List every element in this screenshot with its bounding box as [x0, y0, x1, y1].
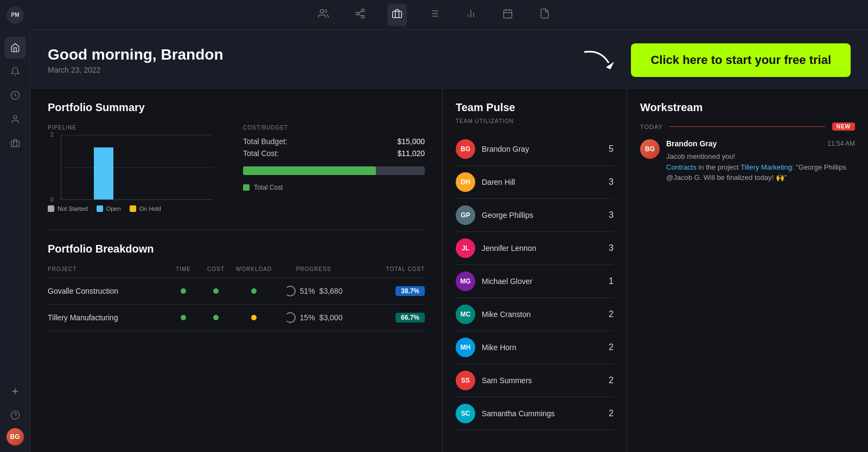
page-date: March 23, 2022	[48, 66, 224, 74]
member-avatar-brandon: BG	[456, 139, 475, 159]
ws-link-contracts[interactable]: Contracts	[666, 163, 697, 171]
document-nav-icon[interactable]	[535, 4, 554, 26]
sidebar-item-time[interactable]	[4, 85, 26, 106]
svg-rect-16	[504, 10, 512, 18]
grid-line-mid	[61, 167, 213, 168]
member-name-samantha: Samantha Cummings	[482, 409, 602, 418]
bar-chart: 2 0	[61, 135, 213, 200]
sidebar-item-home[interactable]	[4, 37, 26, 59]
row-time-1	[167, 288, 200, 294]
member-count-samantha: 2	[609, 409, 614, 418]
breakdown-table: PROJECT TIME COST WORKLOAD PROGRESS TOTA…	[48, 266, 425, 331]
sidebar-item-help[interactable]	[4, 404, 26, 426]
content-area: Good morning, Brandon March 23, 2022 Cli…	[30, 30, 868, 452]
col-header-project: PROJECT	[48, 266, 167, 272]
today-line	[669, 126, 826, 127]
member-name-brandon: Brandon Gray	[482, 145, 602, 153]
total-cost-label: Total Cost:	[243, 149, 279, 158]
member-name-george: George Phillips	[482, 211, 602, 219]
row-progress-1: 51% $3,680	[276, 286, 352, 296]
member-count-michael: 1	[609, 276, 614, 286]
cost-budget-section: COST/BUDGET Total Budget: $15,000 Total …	[243, 125, 425, 191]
member-name-jennifer: Jennifer Lennon	[482, 244, 602, 253]
team-member-row: MC Mike Cranston 2	[456, 298, 614, 331]
sidebar-item-add[interactable]	[4, 380, 26, 402]
page-greeting: Good morning, Brandon	[48, 46, 224, 63]
team-member-row: MH Mike Horn 2	[456, 331, 614, 364]
member-name-sam: Sam Summers	[482, 376, 602, 385]
connections-nav-icon[interactable]	[350, 4, 370, 26]
total-budget-row: Total Budget: $15,000	[243, 137, 425, 146]
sidebar-item-work[interactable]	[4, 132, 26, 154]
row-project-1: Govalle Construction	[48, 287, 167, 295]
row-workload-2	[232, 315, 276, 320]
ws-time: 11:54 AM	[827, 140, 855, 147]
member-name-cranston: Mike Cranston	[482, 310, 602, 319]
time-status-dot-2	[181, 315, 186, 320]
portfolio-breakdown-title: Portfolio Breakdown	[48, 243, 425, 255]
svg-point-25	[11, 411, 19, 419]
progress-circle-1	[285, 286, 296, 296]
left-panel: Portfolio Summary PIPELINE 2 0	[30, 88, 443, 452]
cost-legend-dot	[243, 184, 250, 191]
user-avatar[interactable]: BG	[7, 428, 24, 445]
chart-area: PIPELINE 2 0	[48, 125, 425, 212]
team-member-row: MG Michael Glover 1	[456, 265, 614, 298]
grid-line-top	[61, 135, 213, 135]
portfolio-breakdown-section: Portfolio Breakdown PROJECT TIME COST WO…	[48, 243, 425, 331]
budget-fill	[243, 166, 376, 175]
users-nav-icon[interactable]	[314, 4, 333, 26]
workstream-entry: BG Brandon Gray 11:54 AM Jacob mentioned…	[640, 139, 855, 183]
y-label-0: 0	[50, 197, 54, 203]
briefcase-nav-icon[interactable]	[387, 4, 407, 26]
chart-nav-icon[interactable]	[461, 4, 481, 26]
member-count-sam: 2	[609, 376, 614, 385]
app-logo[interactable]: PM	[0, 0, 30, 30]
ws-message: Jacob mentioned you! Contracts in the pr…	[666, 151, 855, 183]
cost-status-dot-2	[213, 315, 219, 320]
col-header-cost: COST	[200, 266, 232, 272]
member-name-daren: Daren Hill	[482, 178, 602, 186]
legend-label-open: Open	[106, 205, 121, 212]
member-count-george: 3	[609, 210, 614, 220]
member-count-daren: 3	[609, 177, 614, 187]
col-header-progress: PROGRESS	[276, 266, 352, 272]
table-header: PROJECT TIME COST WORKLOAD PROGRESS TOTA…	[48, 266, 425, 278]
member-count-horn: 2	[609, 343, 614, 352]
three-col-layout: Portfolio Summary PIPELINE 2 0	[30, 88, 868, 452]
ws-link-tillery[interactable]: Tillery Marketing	[741, 163, 792, 171]
middle-panel: Team Pulse TEAM UTILIZATION BG Brandon G…	[443, 88, 627, 452]
team-utilization-label: TEAM UTILIZATION	[456, 118, 614, 124]
legend-on-hold: On Hold	[130, 205, 161, 212]
calendar-nav-icon[interactable]	[498, 4, 518, 26]
free-trial-button[interactable]: Click here to start your free trial	[631, 43, 851, 77]
svg-point-2	[356, 12, 359, 15]
list-nav-icon[interactable]	[424, 4, 444, 26]
y-label-2: 2	[50, 132, 54, 138]
legend-open: Open	[97, 205, 121, 212]
ws-name: Brandon Gray	[666, 139, 717, 148]
svg-marker-27	[606, 62, 614, 69]
sidebar-item-notifications[interactable]	[4, 61, 26, 82]
row-cost-2	[200, 315, 232, 320]
cost-status-dot-1	[213, 288, 219, 294]
col-header-workload: WORKLOAD	[232, 266, 276, 272]
svg-rect-6	[393, 11, 402, 18]
bar-open	[94, 147, 113, 199]
svg-line-5	[359, 11, 362, 12]
row-cost-1	[200, 288, 232, 294]
member-avatar-daren: DH	[456, 172, 475, 192]
progress-pct-2: 15%	[300, 313, 315, 322]
row-time-2	[167, 315, 200, 320]
top-nav-icons	[314, 4, 554, 26]
team-member-row: BG Brandon Gray 5	[456, 133, 614, 166]
ws-avatar: BG	[640, 139, 660, 159]
member-avatar-george: GP	[456, 205, 475, 225]
sidebar-item-contacts[interactable]	[4, 108, 26, 130]
header-right: Click here to start your free trial	[579, 43, 851, 77]
progress-badge-1: 38.7%	[395, 286, 425, 296]
budget-progress-bar	[243, 166, 425, 175]
legend-label-on-hold: On Hold	[139, 205, 161, 212]
progress-circle-2	[285, 312, 296, 323]
workload-status-dot-2	[251, 315, 257, 320]
